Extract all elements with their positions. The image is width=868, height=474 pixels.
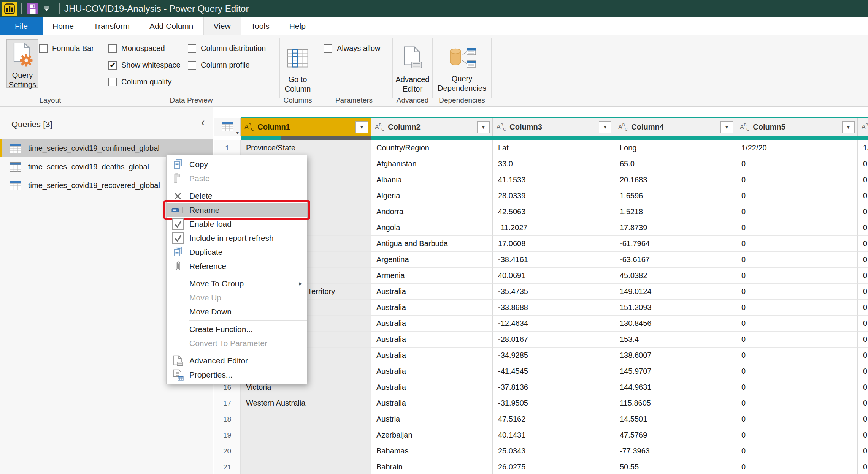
cell[interactable]: Long: [614, 140, 736, 156]
quick-access-dropdown-icon[interactable]: [44, 6, 49, 11]
cell[interactable]: 0: [858, 172, 868, 188]
save-icon[interactable]: [26, 2, 39, 15]
cell[interactable]: 0: [858, 252, 868, 268]
cell[interactable]: 138.6007: [614, 348, 736, 363]
cell[interactable]: 115.8605: [614, 395, 736, 411]
column-header-column3[interactable]: ABCColumn3▼: [493, 118, 614, 136]
cell[interactable]: 33.0: [493, 156, 614, 172]
cell[interactable]: Australia: [371, 316, 493, 332]
cell[interactable]: [241, 459, 371, 474]
cell[interactable]: 145.9707: [614, 363, 736, 379]
cell[interactable]: 151.2093: [614, 300, 736, 316]
cell[interactable]: 1.6596: [614, 188, 736, 204]
checkbox-box[interactable]: [188, 61, 196, 70]
cell[interactable]: 0: [736, 156, 858, 172]
menu-item-create-function[interactable]: Create Function...: [167, 322, 307, 336]
row-number[interactable]: 20: [214, 443, 241, 459]
cell[interactable]: 17.8739: [614, 220, 736, 236]
cell[interactable]: 0: [736, 300, 858, 316]
cell[interactable]: 65.0: [614, 156, 736, 172]
cell[interactable]: -28.0167: [493, 332, 614, 348]
cell[interactable]: 0: [858, 316, 868, 332]
cell[interactable]: 0: [736, 236, 858, 252]
cell[interactable]: 0: [736, 459, 858, 474]
menu-item-delete[interactable]: Delete: [167, 189, 307, 203]
cell[interactable]: -61.7964: [614, 236, 736, 252]
row-number[interactable]: 18: [214, 411, 241, 427]
checkbox-box[interactable]: [324, 44, 332, 53]
cell[interactable]: 0: [858, 300, 868, 316]
cell[interactable]: 0: [736, 443, 858, 459]
cell[interactable]: Australia: [371, 395, 493, 411]
cell[interactable]: 130.8456: [614, 316, 736, 332]
cell[interactable]: 41.1533: [493, 172, 614, 188]
cell[interactable]: Armenia: [371, 268, 493, 284]
cell[interactable]: -11.2027: [493, 220, 614, 236]
cell[interactable]: 0: [858, 427, 868, 443]
cell[interactable]: Argentina: [371, 252, 493, 268]
cell[interactable]: Australia: [371, 300, 493, 316]
cell[interactable]: 0: [736, 204, 858, 220]
checkbox-box[interactable]: ✔: [108, 61, 117, 70]
advanced-editor-button[interactable]: Advanced Editor: [394, 46, 432, 94]
menu-item-rename[interactable]: Rename: [167, 203, 307, 217]
menu-item-move-to-group[interactable]: Move To Group▸: [167, 276, 307, 291]
checkbox-formula-bar[interactable]: Formula Bar: [39, 44, 94, 53]
filter-dropdown-button[interactable]: ▼: [477, 121, 490, 133]
cell[interactable]: 0: [736, 379, 858, 395]
cell[interactable]: 20.1683: [614, 172, 736, 188]
cell[interactable]: 0: [736, 188, 858, 204]
row-number[interactable]: 19: [214, 427, 241, 443]
cell[interactable]: 0: [736, 411, 858, 427]
cell[interactable]: 40.0691: [493, 268, 614, 284]
menu-item-include-in-report-refresh[interactable]: Include in report refresh: [167, 231, 307, 245]
cell[interactable]: Australia: [371, 348, 493, 363]
cell[interactable]: Bahamas: [371, 443, 493, 459]
column-header-column5[interactable]: ABCColumn5▼: [736, 118, 858, 136]
checkbox-column-quality[interactable]: Column quality: [108, 77, 171, 86]
cell[interactable]: 0: [736, 427, 858, 443]
cell[interactable]: -34.9285: [493, 348, 614, 363]
menu-item-duplicate[interactable]: Duplicate: [167, 245, 307, 259]
filter-dropdown-button[interactable]: ▼: [720, 121, 733, 133]
tab-help[interactable]: Help: [279, 17, 316, 35]
menu-item-enable-load[interactable]: Enable load: [167, 217, 307, 231]
cell[interactable]: 0: [736, 284, 858, 300]
menu-item-properties[interactable]: Properties...: [167, 368, 307, 382]
table-menu-caret-icon[interactable]: ▾: [236, 130, 239, 136]
cell[interactable]: -41.4545: [493, 363, 614, 379]
cell[interactable]: Country/Region: [371, 140, 493, 156]
cell[interactable]: 1/: [858, 140, 868, 156]
cell[interactable]: 26.0275: [493, 459, 614, 474]
column-header-column1[interactable]: ABCColumn1▼: [241, 118, 371, 136]
cell[interactable]: Western Australia: [241, 395, 371, 411]
query-dependencies-button[interactable]: Query Dependencies: [434, 47, 490, 93]
cell[interactable]: 0: [736, 172, 858, 188]
row-number[interactable]: 1: [214, 140, 241, 156]
cell[interactable]: -37.8136: [493, 379, 614, 395]
cell[interactable]: Australia: [371, 379, 493, 395]
cell[interactable]: 25.0343: [493, 443, 614, 459]
checkbox-show-whitespace[interactable]: ✔Show whitespace: [108, 61, 181, 70]
cell[interactable]: 0: [858, 395, 868, 411]
cell[interactable]: -38.4161: [493, 252, 614, 268]
cell[interactable]: -63.6167: [614, 252, 736, 268]
query-settings-button[interactable]: Query Settings: [6, 39, 38, 88]
cell[interactable]: Azerbaijan: [371, 427, 493, 443]
row-number[interactable]: 21: [214, 459, 241, 474]
menu-item-copy[interactable]: Copy: [167, 157, 307, 171]
checkbox-box[interactable]: [108, 44, 117, 53]
cell[interactable]: [241, 411, 371, 427]
cell[interactable]: 0: [858, 379, 868, 395]
cell[interactable]: 0: [736, 332, 858, 348]
column-header-column2[interactable]: ABCColumn2▼: [371, 118, 493, 136]
checkbox-column-profile[interactable]: Column profile: [188, 61, 250, 70]
go-to-column-button[interactable]: Go to Column: [281, 47, 315, 94]
cell[interactable]: Albania: [371, 172, 493, 188]
checkbox-always-allow[interactable]: Always allow: [324, 44, 380, 53]
cell[interactable]: 40.1431: [493, 427, 614, 443]
cell[interactable]: Algeria: [371, 188, 493, 204]
cell[interactable]: 0: [736, 395, 858, 411]
cell[interactable]: [241, 443, 371, 459]
column-header-column4[interactable]: ABCColumn4▼: [614, 118, 736, 136]
